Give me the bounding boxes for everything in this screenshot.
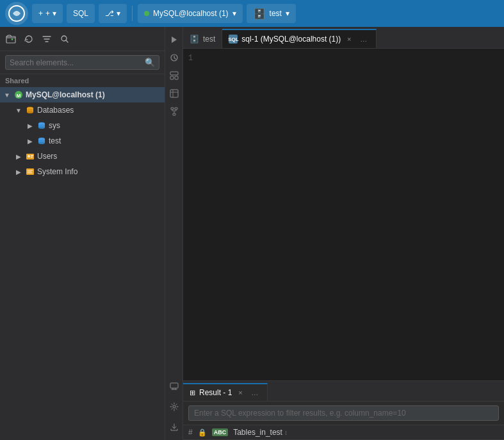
git-button-arrow: ▾ [117, 9, 120, 18]
svg-rect-26 [175, 76, 178, 79]
database-selector[interactable]: 🗄️ test ▾ [247, 4, 296, 23]
database-label: test [270, 9, 282, 18]
result-tab-1[interactable]: ⊞ Result - 1 × … [183, 383, 268, 401]
new-button[interactable]: + + ▾ [32, 4, 63, 23]
svg-rect-20 [31, 157, 33, 158]
settings-icon-btn[interactable] [167, 399, 182, 414]
tab-sql1-icon: SQL [229, 35, 238, 44]
run-icon-btn[interactable] [167, 32, 182, 47]
col-tables-name[interactable]: Tables_in_test ↕ [233, 428, 288, 437]
sql-button-label: SQL [73, 9, 88, 18]
connection-status-dot [144, 11, 149, 16]
svg-point-18 [28, 155, 30, 158]
editor-tabs: 🗄️ test SQL sql-1 (MySQL@localhost (1)) … [183, 27, 504, 49]
main-layout: 🔍 Shared ▼ M MySQL@localhost (1) ≡ [0, 27, 504, 440]
tree-item-databases[interactable]: ▼ Databases [0, 102, 165, 118]
tree-label-mysql-conn: MySQL@localhost (1) [26, 90, 105, 99]
databases-icon [25, 105, 35, 115]
search-expand-button[interactable] [56, 31, 73, 47]
col-tables-label: Tables_in_test [233, 428, 282, 437]
tree-caret-test: ▶ [26, 136, 35, 145]
history-icon-btn[interactable] [167, 50, 182, 65]
layout-icon-btn[interactable] [167, 68, 182, 83]
search-icon: 🔍 [145, 58, 155, 67]
table-icon-btn[interactable] [167, 86, 182, 101]
tree-item-test[interactable]: ▶ test [0, 133, 165, 149]
result-filter-input[interactable] [188, 405, 499, 421]
new-folder-button[interactable] [3, 31, 19, 47]
sys-icon [37, 120, 47, 131]
svg-text:M: M [17, 93, 21, 99]
svg-rect-28 [171, 108, 174, 110]
result-tab-icon: ⊞ [190, 389, 195, 397]
tree-label-test: test [49, 136, 61, 145]
sidebar: 🔍 Shared ▼ M MySQL@localhost (1) ≡ [0, 27, 165, 440]
result-tab-close-btn[interactable]: × [236, 388, 245, 397]
tab-sql1[interactable]: SQL sql-1 (MySQL@localhost (1)) × … [222, 29, 377, 48]
tree-caret-mysql: ▼ [3, 90, 12, 99]
svg-point-16 [38, 140, 45, 142]
tab-test[interactable]: 🗄️ test [183, 29, 222, 48]
result-panel: ⊞ Result - 1 × … # 🔒 ABC Tables_in_test … [183, 380, 504, 440]
connection-selector[interactable]: MySQL@localhost (1) ▾ [138, 4, 243, 23]
tree-caret-sys: ▶ [26, 121, 35, 130]
svg-rect-31 [170, 383, 178, 388]
tree-area: ▼ M MySQL@localhost (1) ≡ ▼ [0, 86, 165, 440]
test-db-icon [37, 136, 47, 146]
svg-rect-17 [26, 154, 34, 159]
new-button-arrow: ▾ [53, 9, 56, 18]
result-tabs: ⊞ Result - 1 × … [183, 381, 504, 402]
mysql-conn-icon: M [13, 90, 24, 100]
editor-area: 🗄️ test SQL sql-1 (MySQL@localhost (1)) … [183, 27, 504, 440]
svg-point-32 [173, 405, 175, 408]
search-input-wrap: 🔍 [5, 55, 159, 70]
sql-button[interactable]: SQL [67, 4, 95, 23]
result-table-header: # 🔒 ABC Tables_in_test ↕ [183, 425, 504, 440]
refresh-button[interactable] [20, 31, 37, 47]
col-hash: # [188, 428, 193, 437]
connection-label: MySQL@localhost (1) [153, 9, 229, 18]
tree-item-system-info[interactable]: ▶ System Info [0, 164, 165, 179]
svg-rect-24 [170, 72, 178, 75]
new-button-label: + [45, 9, 50, 18]
tree-item-mysql-conn[interactable]: ▼ M MySQL@localhost (1) ≡ [0, 87, 165, 102]
tab-sql1-close-btn[interactable]: × [345, 35, 354, 44]
svg-point-8 [27, 109, 33, 111]
tree-caret-system-info: ▶ [14, 167, 23, 176]
tree-label-sys: sys [49, 121, 60, 130]
tree-item-menu-btn[interactable]: ≡ [152, 90, 162, 100]
database-icon: 🗄️ [253, 8, 266, 20]
editor-content[interactable]: 1 [183, 49, 504, 380]
schema-icon-btn[interactable] [167, 104, 182, 119]
svg-rect-19 [31, 155, 33, 156]
export-icon-btn[interactable] [167, 420, 182, 435]
search-bar: 🔍 [0, 51, 165, 74]
tree-caret-users: ▶ [14, 152, 23, 161]
result-tab-more[interactable]: … [248, 389, 261, 396]
tree-item-sys[interactable]: ▶ sys [0, 118, 165, 133]
tree-label-users: Users [37, 152, 57, 161]
plus-icon: + [38, 9, 43, 18]
svg-marker-22 [172, 37, 177, 43]
result-tab-label: Result - 1 [199, 388, 232, 397]
search-input[interactable] [10, 58, 142, 67]
tab-test-label: test [203, 35, 215, 44]
users-icon [25, 151, 35, 161]
tree-item-users[interactable]: ▶ Users [0, 149, 165, 164]
tab-sql1-label: sql-1 (MySQL@localhost (1)) [241, 35, 341, 44]
result-filter [183, 402, 504, 425]
tree-label-databases: Databases [37, 106, 74, 115]
tab-sql1-more[interactable]: … [357, 35, 370, 43]
icon-bar [165, 27, 183, 440]
sort-icon: ↕ [284, 429, 288, 436]
tree-label-system-info: System Info [37, 167, 77, 176]
col-lock-icon: 🔒 [198, 428, 207, 437]
line-number-1: 1 [188, 54, 193, 63]
shared-section-label: Shared [0, 74, 165, 86]
svg-rect-30 [173, 113, 175, 115]
system-info-icon [25, 167, 35, 177]
git-button[interactable]: ⎇ ▾ [99, 4, 127, 23]
filter-button[interactable] [38, 31, 55, 47]
connection-arrow-icon: ▾ [232, 9, 236, 18]
monitor-icon-btn[interactable] [167, 379, 182, 394]
